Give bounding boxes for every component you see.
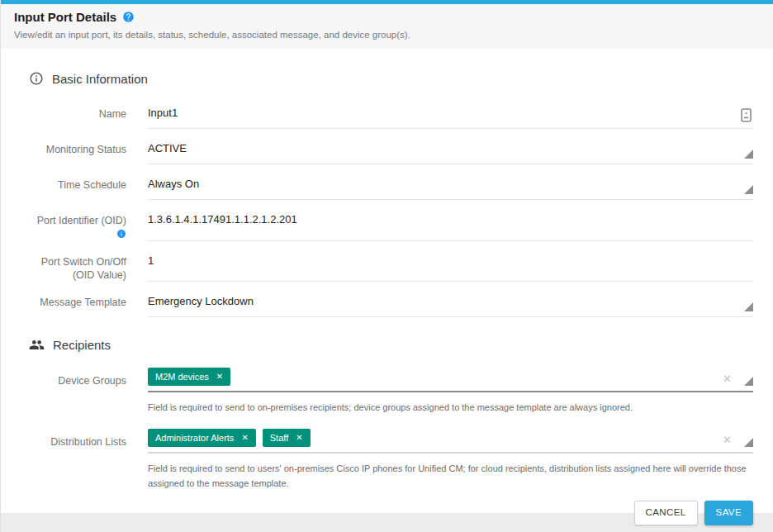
- clear-icon[interactable]: ✕: [723, 435, 732, 445]
- distribution-lists-helper-text: Field is required to send to users' on-p…: [148, 461, 753, 491]
- dropdown-arrow-icon[interactable]: [744, 150, 753, 159]
- people-icon: [29, 337, 45, 353]
- dropdown-arrow-icon[interactable]: [744, 377, 753, 386]
- info-icon[interactable]: [116, 229, 126, 239]
- port-switch-label: Port Switch On/Off (OID Value): [29, 253, 126, 283]
- chip-remove-icon[interactable]: ✕: [296, 434, 302, 442]
- section-basic-information: Basic Information: [29, 71, 753, 86]
- form-row-message-template: Message Template Emergency Lockdown: [29, 293, 753, 317]
- action-buttons: CANCEL SAVE: [29, 501, 753, 525]
- chip-label: Staff: [270, 433, 288, 443]
- port-switch-value: 1: [148, 254, 154, 267]
- form-row-monitoring-status: Monitoring Status ACTIVE: [29, 140, 753, 164]
- time-schedule-label: Time Schedule: [29, 176, 126, 200]
- page-header: Input Port Details View/edit an input po…: [1, 4, 773, 49]
- dropdown-arrow-icon[interactable]: [744, 438, 753, 447]
- monitoring-status-select[interactable]: ACTIVE: [148, 140, 753, 164]
- port-switch-input[interactable]: 1: [148, 253, 753, 283]
- recipient-chip[interactable]: M2M devices✕: [148, 368, 230, 386]
- name-input[interactable]: Input1: [148, 105, 753, 129]
- port-identifier-value: 1.3.6.1.4.1.17491.1.1.2.1.2.201: [148, 213, 297, 226]
- time-schedule-value: Always On: [148, 178, 199, 190]
- form-card: Basic Information Name Input1 Monitoring…: [1, 49, 773, 513]
- dropdown-arrow-icon[interactable]: [744, 185, 753, 194]
- name-label: Name: [29, 105, 126, 129]
- port-identifier-label: Port Identifier (OID): [29, 211, 126, 241]
- form-row-time-schedule: Time Schedule Always On: [29, 176, 753, 200]
- cancel-button[interactable]: CANCEL: [634, 501, 698, 525]
- message-template-select[interactable]: Emergency Lockdown: [148, 293, 753, 317]
- chip-remove-icon[interactable]: ✕: [216, 373, 223, 381]
- chip-remove-icon[interactable]: ✕: [241, 434, 248, 442]
- device-groups-multiselect[interactable]: M2M devices✕ ✕: [148, 368, 753, 392]
- name-value: Input1: [148, 107, 178, 119]
- distribution-lists-label: Distribution Lists: [29, 429, 126, 454]
- chip-label: M2M devices: [155, 372, 209, 382]
- section-recipients-title: Recipients: [53, 338, 111, 352]
- distribution-lists-multiselect[interactable]: Administrator Alerts✕Staff✕ ✕: [148, 429, 753, 454]
- device-groups-helper-text: Field is required to send to on-premises…: [148, 400, 753, 415]
- port-identifier-label-text: Port Identifier (OID): [37, 215, 126, 226]
- info-outline-icon: [29, 71, 44, 86]
- help-icon[interactable]: [122, 11, 135, 23]
- dropdown-arrow-icon[interactable]: [744, 302, 753, 311]
- page-title: Input Port Details: [14, 10, 116, 24]
- autofill-icon[interactable]: [741, 108, 752, 122]
- save-button[interactable]: SAVE: [704, 501, 753, 525]
- clear-icon[interactable]: ✕: [723, 373, 732, 384]
- page-subtitle: View/edit an input port, its details, st…: [14, 30, 760, 40]
- device-groups-label: Device Groups: [29, 368, 126, 392]
- form-row-port-switch: Port Switch On/Off (OID Value) 1: [29, 253, 753, 283]
- port-identifier-input[interactable]: 1.3.6.1.4.1.17491.1.1.2.1.2.201: [148, 211, 753, 241]
- monitoring-status-label: Monitoring Status: [29, 140, 126, 164]
- message-template-label: Message Template: [29, 293, 126, 317]
- chip-label: Administrator Alerts: [155, 433, 234, 443]
- form-row-port-identifier: Port Identifier (OID) 1.3.6.1.4.1.17491.…: [29, 211, 753, 241]
- message-template-value: Emergency Lockdown: [148, 295, 254, 307]
- form-row-name: Name Input1: [29, 105, 753, 129]
- recipient-chip[interactable]: Staff✕: [263, 429, 311, 447]
- monitoring-status-value: ACTIVE: [148, 142, 187, 154]
- form-row-device-groups: Device Groups M2M devices✕ ✕: [29, 368, 753, 392]
- time-schedule-select[interactable]: Always On: [148, 176, 753, 200]
- recipient-chip[interactable]: Administrator Alerts✕: [148, 429, 256, 447]
- section-basic-title: Basic Information: [52, 72, 148, 86]
- form-row-distribution-lists: Distribution Lists Administrator Alerts✕…: [29, 429, 753, 454]
- section-recipients: Recipients: [29, 337, 753, 352]
